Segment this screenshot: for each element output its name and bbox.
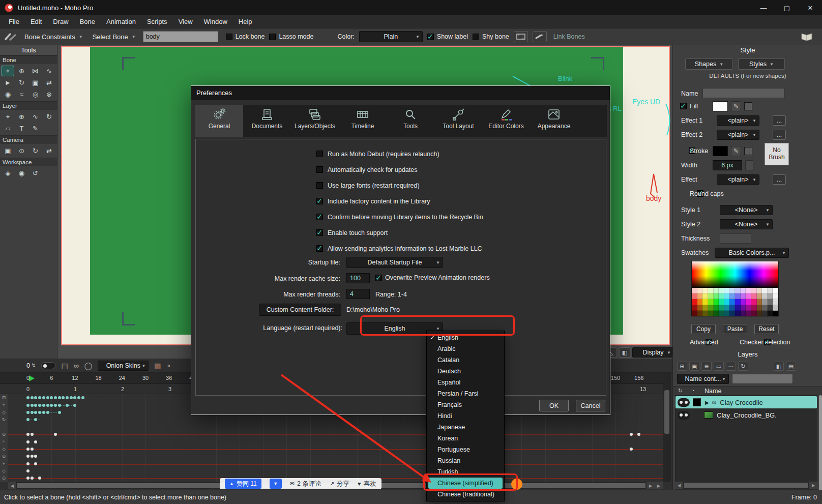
bone-dynamics-tool[interactable]: ≈ [15, 89, 28, 100]
color-swatch-cell[interactable] [719, 305, 724, 311]
color-swatch-cell[interactable] [719, 288, 724, 293]
color-swatch-cell[interactable] [714, 311, 719, 316]
bone-color-dropdown[interactable]: Plain [359, 31, 423, 42]
language-menu-item[interactable]: Persian / Farsi [427, 388, 504, 399]
scroll-right-icon[interactable]: ▶ [655, 482, 663, 489]
scroll-right-icon[interactable]: ▶ [809, 482, 817, 489]
add-bone-tool[interactable]: ⊕ [15, 66, 28, 76]
fill-eyedropper-icon[interactable]: ✎ [731, 101, 741, 111]
color-swatch-cell[interactable] [751, 288, 757, 293]
downvote-button[interactable]: ▼ [270, 479, 282, 489]
color-swatch-cell[interactable] [729, 311, 735, 316]
overwrite-preview-checkbox[interactable]: Overwrite Preview Animation renders [375, 274, 490, 281]
like-button[interactable]: ♥喜欢 [358, 480, 376, 488]
scrollbar-thumb[interactable] [684, 483, 808, 488]
timeline-vertical-scrollbar[interactable] [663, 373, 671, 482]
color-swatch-cell[interactable] [741, 299, 746, 305]
checkbox[interactable] [316, 214, 323, 220]
fill-checkbox[interactable] [680, 103, 687, 109]
color-swatch-cell[interactable] [702, 311, 708, 316]
follow-path-tool[interactable]: ∿ [29, 111, 42, 122]
language-menu-item[interactable]: Hindi [427, 410, 504, 422]
menu-item[interactable]: Animation [101, 15, 141, 28]
reference-layer-button[interactable]: ↻ [738, 362, 748, 371]
color-swatch-cell[interactable] [692, 288, 697, 293]
effect1-options-button[interactable]: ... [773, 115, 786, 126]
color-swatch-cell[interactable] [751, 293, 757, 299]
shear-layer-tool[interactable]: ▱ [2, 123, 14, 134]
menu-item[interactable]: View [173, 15, 198, 28]
manual-book-icon[interactable] [801, 33, 813, 41]
layers-horizontal-scrollbar[interactable]: ◀ ▶ [675, 482, 817, 489]
select-bone-tool[interactable]: ► [2, 77, 14, 88]
layer-row[interactable]: Clay_Crocodile_BG. [676, 409, 817, 421]
color-spectrum[interactable] [692, 261, 778, 288]
render-threads-input[interactable]: 4 [346, 289, 370, 299]
stroke-effect-options-button[interactable]: ... [773, 174, 786, 185]
checkbox[interactable] [316, 198, 323, 204]
color-swatch-cell[interactable] [762, 299, 768, 305]
grid-snap-icon[interactable]: ▦ [154, 362, 161, 370]
color-swatch-grid[interactable] [692, 288, 778, 316]
preferences-option-checkbox[interactable]: Allow sending analytics information to L… [316, 241, 483, 256]
cancel-button[interactable]: Cancel [576, 400, 605, 411]
shy-bone-checkbox[interactable]: Shy bone [473, 33, 509, 40]
panel-menu-button[interactable]: ▤ [786, 362, 796, 371]
reparent-bone-tool[interactable]: ⋈ [29, 66, 42, 76]
color-swatch-cell[interactable] [746, 293, 751, 299]
checkbox[interactable] [226, 34, 232, 40]
delete-layer-button[interactable]: ▭ [714, 362, 724, 371]
no-brush-button[interactable]: No Brush [765, 143, 789, 165]
color-swatch-cell[interactable] [757, 293, 762, 299]
floating-badge[interactable] [511, 479, 522, 490]
color-swatch-cell[interactable] [762, 293, 768, 299]
color-swatch-cell[interactable] [741, 293, 746, 299]
checkbox[interactable] [316, 245, 323, 252]
language-menu-item[interactable]: Español [427, 377, 504, 388]
link-channels-icon[interactable]: ∞ [74, 362, 79, 370]
color-swatch-cell[interactable] [762, 305, 768, 311]
color-swatch-cell[interactable] [757, 305, 762, 311]
checkbox[interactable] [375, 275, 382, 281]
checkbox[interactable] [316, 166, 323, 173]
preferences-tab[interactable]: Appearance [530, 105, 578, 137]
new-layer-button[interactable]: ⊞ [677, 362, 687, 371]
preferences-tab[interactable]: Tools [387, 105, 434, 137]
menu-item[interactable]: Bone [74, 15, 101, 28]
language-menu-item[interactable]: Deutsch [427, 366, 504, 377]
layer-color-swatch[interactable] [693, 398, 701, 406]
checkbox[interactable] [473, 34, 479, 40]
color-swatch-cell[interactable] [768, 311, 773, 316]
offset-bone-tool[interactable]: ⇄ [43, 77, 55, 88]
color-swatch-cell[interactable] [702, 305, 708, 311]
color-swatch-cell[interactable] [697, 293, 703, 299]
reset-style-button[interactable]: Reset [754, 324, 779, 334]
dialog-title[interactable]: Preferences [191, 86, 610, 100]
color-swatch-cell[interactable] [724, 288, 730, 293]
color-swatch-cell[interactable] [735, 305, 741, 311]
color-swatch-cell[interactable] [724, 305, 730, 311]
menu-item[interactable]: Edit [25, 15, 47, 28]
color-swatch-cell[interactable] [751, 305, 757, 311]
color-swatch-cell[interactable] [773, 288, 778, 293]
checkbox[interactable] [316, 229, 323, 236]
color-swatch-cell[interactable] [719, 311, 724, 316]
color-swatch-cell[interactable] [697, 305, 703, 311]
language-menu-item[interactable]: English [427, 332, 504, 343]
color-swatch-cell[interactable] [741, 311, 746, 316]
custom-content-folder-button[interactable]: Custom Content Folder: [259, 304, 341, 316]
shape-name-input[interactable] [702, 88, 785, 98]
color-swatch-cell[interactable] [708, 305, 714, 311]
color-swatch-cell[interactable] [692, 305, 697, 311]
color-swatch-cell[interactable] [729, 305, 735, 311]
color-swatch-cell[interactable] [757, 299, 762, 305]
color-swatch-cell[interactable] [746, 311, 751, 316]
eyedropper-tool[interactable]: ✎ [29, 123, 42, 134]
render-cache-input[interactable]: 100 [346, 273, 370, 283]
onion-skins-dropdown[interactable]: Onion Skins [98, 361, 149, 371]
color-swatch-cell[interactable] [714, 288, 719, 293]
color-swatch-cell[interactable] [692, 311, 697, 316]
color-swatch-cell[interactable] [724, 293, 730, 299]
smart-bone-dial-tool[interactable]: ◎ [29, 89, 42, 100]
color-swatch-cell[interactable] [702, 288, 708, 293]
